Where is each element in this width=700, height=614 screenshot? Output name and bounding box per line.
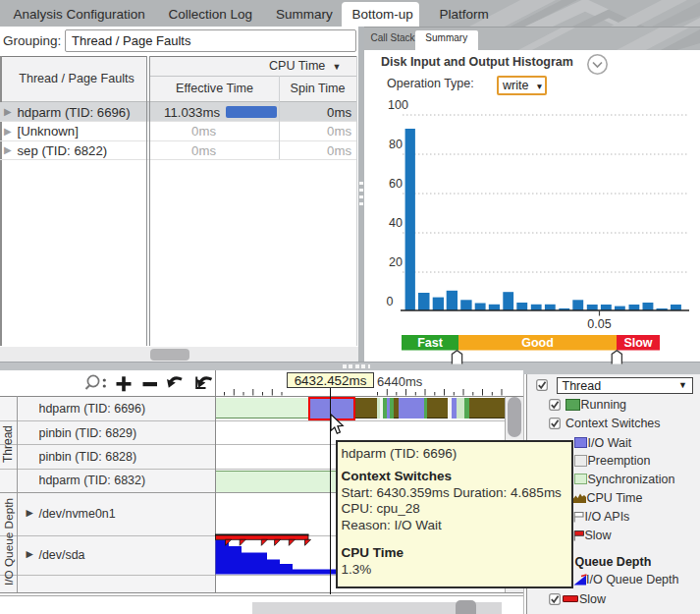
svg-text:100: 100: [388, 98, 408, 112]
svg-text:60: 60: [389, 177, 403, 191]
svg-text:Slow: Slow: [623, 336, 652, 350]
svg-text:0.05: 0.05: [587, 317, 611, 331]
svg-text:40: 40: [389, 216, 403, 230]
svg-text:Fast: Fast: [417, 336, 444, 350]
svg-text:Good: Good: [521, 336, 554, 350]
svg-text:20: 20: [389, 255, 403, 269]
svg-text:80: 80: [389, 138, 403, 151]
svg-text:0: 0: [387, 295, 394, 308]
